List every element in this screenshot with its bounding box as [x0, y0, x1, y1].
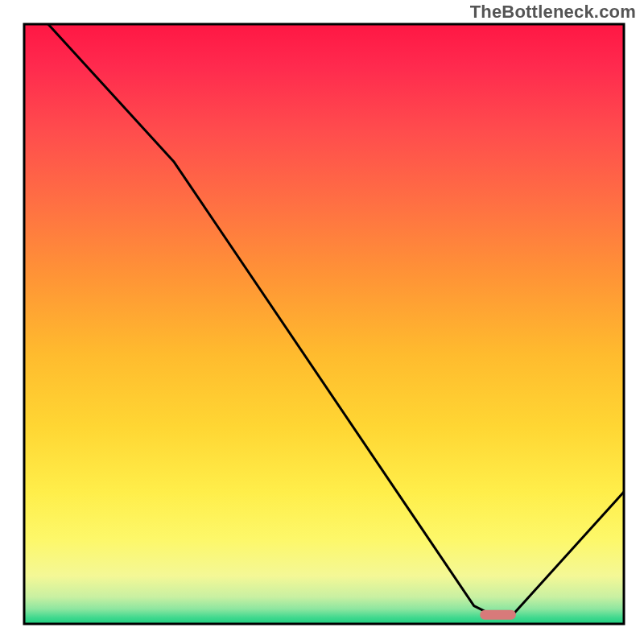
watermark-text: TheBottleneck.com [470, 2, 636, 23]
optimal-marker [480, 610, 516, 620]
bottleneck-chart [0, 0, 644, 644]
chart-background [24, 24, 624, 624]
